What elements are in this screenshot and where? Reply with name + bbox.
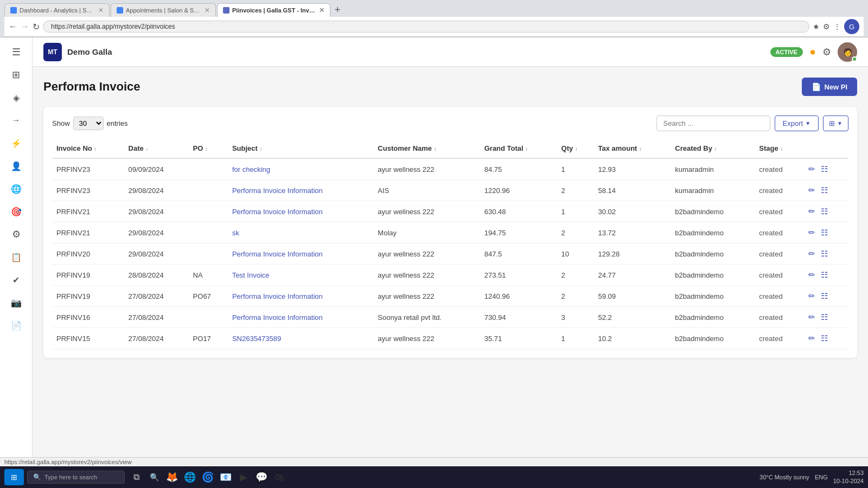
view-icon[interactable]: ☷ [821,228,828,237]
cell-stage: created [755,222,802,243]
cell-customer-name: ayur wellness 222 [373,201,480,222]
logo-box: MT [43,43,62,61]
col-header-tax-amount[interactable]: Tax amount ↕ [593,139,671,158]
sidebar: ☰ ⊞ ◈ → ⚡ 👤 🌐 🎯 ⚙ 📋 ✔ 📷 📄 [0,37,33,458]
sidebar-icon-file[interactable]: 📄 [6,315,27,336]
user-avatar-header[interactable]: G [844,19,859,34]
back-button[interactable]: ← [9,22,17,31]
settings-gear-button[interactable]: ⚙ [822,46,831,58]
col-header-grand-total[interactable]: Grand Total ↕ [480,139,557,158]
cell-invoice-no: PRFINV16 [52,307,124,328]
col-header-po[interactable]: PO ↕ [189,139,228,158]
sidebar-icon-arrow[interactable]: → [6,110,27,131]
col-header-date[interactable]: Date ↓ [124,139,189,158]
sidebar-icon-globe[interactable]: 🌐 [6,178,27,199]
table-row: PRFINV2129/08/2024Performa Invoice Infor… [52,201,848,222]
edit-icon[interactable]: ✏ [808,228,815,237]
view-icon[interactable]: ☷ [821,185,828,195]
cell-actions: ✏ ☷ [802,180,848,201]
app-container: ☰ ⊞ ◈ → ⚡ 👤 🌐 🎯 ⚙ 📋 ✔ 📷 📄 MT Demo Galla … [0,37,868,458]
cell-invoice-no: PRFINV21 [52,201,124,222]
edit-icon[interactable]: ✏ [808,312,815,322]
view-icon[interactable]: ☷ [821,249,828,258]
edit-icon[interactable]: ✏ [808,270,815,279]
forward-button[interactable]: → [21,22,29,31]
bookmark-button[interactable]: ★ [813,22,820,31]
cell-po [189,158,228,180]
tab1-close[interactable]: ✕ [98,7,104,14]
cell-created-by: b2badmindemo [671,201,755,222]
view-icon[interactable]: ☷ [821,164,828,174]
cell-actions: ✏ ☷ [802,307,848,328]
tab-2[interactable]: Appointments | Salon & Spa Man... ✕ [111,3,216,17]
search-input[interactable] [656,115,770,131]
sidebar-icon-target[interactable]: 🎯 [6,201,27,222]
view-icon[interactable]: ☷ [821,312,828,322]
table-right-controls: Export ▼ ⊞ ▼ [656,115,848,131]
sidebar-icon-camera[interactable]: 📷 [6,292,27,313]
view-icon[interactable]: ☷ [821,270,828,279]
tab3-close[interactable]: ✕ [319,7,324,14]
sidebar-icon-analytics[interactable]: ⚡ [6,133,27,153]
user-avatar[interactable]: 🧑 [838,42,857,62]
edit-icon[interactable]: ✏ [808,164,815,174]
address-bar[interactable]: https://retail.galla.app/mystorev2/piinv… [43,21,809,33]
notification-button[interactable]: ● [809,46,816,58]
sort-icon-date: ↓ [145,146,148,152]
col-header-stage[interactable]: Stage ↕ [755,139,802,158]
page-title: Performa Invoice [43,80,141,94]
new-tab-button[interactable]: + [331,4,344,16]
tab2-close[interactable]: ✕ [205,7,210,14]
menu-button[interactable]: ⋮ [833,22,841,31]
export-button[interactable]: Export ▼ [775,115,819,131]
grid-icon: ⊞ [829,119,835,127]
cell-subject[interactable]: Performa Invoice Information [228,286,373,307]
avatar-online-dot [852,56,857,62]
sidebar-icon-dashboard[interactable]: ⊞ [6,65,27,85]
sidebar-icon-inventory[interactable]: ◈ [6,87,27,108]
cell-subject[interactable]: Performa Invoice Information [228,243,373,265]
col-header-invoice-no[interactable]: Invoice No ↕ [52,139,124,158]
cell-subject[interactable]: for checking [228,158,373,180]
edit-icon[interactable]: ✏ [808,207,815,216]
tab-1[interactable]: Dashboard - Analytics | Salon &... ✕ [4,3,110,17]
sidebar-icon-checklist[interactable]: ✔ [6,269,27,290]
edit-icon[interactable]: ✏ [808,291,815,300]
cell-created-by: b2badmindemo [671,222,755,243]
cell-subject[interactable]: sk [228,222,373,243]
sidebar-icon-menu[interactable]: ☰ [6,42,27,62]
cell-po: PO67 [189,286,228,307]
extensions-button[interactable]: ⚙ [823,22,830,31]
cell-qty: 1 [557,328,594,349]
sidebar-icon-settings[interactable]: ⚙ [6,224,27,245]
tab-bar: Dashboard - Analytics | Salon &... ✕ App… [4,3,864,17]
col-header-subject[interactable]: Subject ↕ [228,139,373,158]
reload-button[interactable]: ↻ [33,22,40,32]
tab-3-active[interactable]: Piinvoices | Galla GST - Inventory ✕ [217,3,330,17]
cell-customer-name: ayur wellness 222 [373,158,480,180]
cell-subject[interactable]: Performa Invoice Information [228,307,373,328]
view-icon[interactable]: ☷ [821,207,828,216]
cell-actions: ✏ ☷ [802,286,848,307]
cell-subject[interactable]: SN2635473589 [228,328,373,349]
grid-view-button[interactable]: ⊞ ▼ [823,115,848,131]
view-icon[interactable]: ☷ [821,291,828,300]
edit-icon[interactable]: ✏ [808,185,815,195]
cell-date: 27/08/2024 [124,328,189,349]
view-icon[interactable]: ☷ [821,333,828,343]
edit-icon[interactable]: ✏ [808,249,815,258]
sidebar-icon-report[interactable]: 📋 [6,247,27,267]
col-header-created-by[interactable]: Created By ↕ [671,139,755,158]
col-header-qty[interactable]: Qty ↕ [557,139,594,158]
entries-select[interactable]: 30 10 50 100 [73,117,104,130]
col-header-customer-name[interactable]: Customer Name ↕ [373,139,480,158]
sidebar-icon-person[interactable]: 👤 [6,156,27,176]
new-pi-button[interactable]: 📄 New PI [802,78,857,96]
cell-subject[interactable]: Performa Invoice Information [228,180,373,201]
cell-subject[interactable]: Test Invoice [228,265,373,286]
col-header-actions [802,139,848,158]
table-row: PRFINV2309/09/2024for checkingayur welln… [52,158,848,180]
edit-icon[interactable]: ✏ [808,333,815,343]
cell-subject[interactable]: Performa Invoice Information [228,201,373,222]
cell-po [189,222,228,243]
